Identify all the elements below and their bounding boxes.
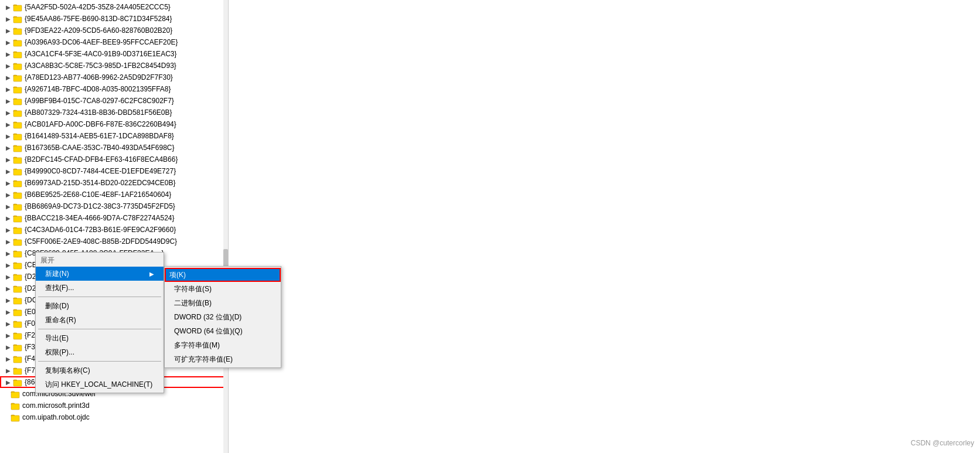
- tree-item[interactable]: ▶ {5AA2F5D-502A-42D5-35Z8-24A405E2CCC5}: [0, 1, 228, 13]
- expand-arrow-icon[interactable]: ▶: [5, 132, 12, 139]
- expand-arrow-icon[interactable]: ▶: [5, 355, 12, 362]
- tree-item[interactable]: ▶ {A3CA1CF4-5F3E-4AC0-91B9-0D3716E1EAC3}: [0, 48, 228, 60]
- submenu-item-multi_string[interactable]: 多字符串值(M): [165, 338, 281, 352]
- ctx-item-label: 删除(D): [45, 301, 69, 311]
- svg-rect-12: [13, 146, 22, 152]
- expand-arrow-icon[interactable]: ▶: [5, 168, 12, 175]
- expand-arrow-icon[interactable]: ▶: [5, 27, 12, 34]
- expand-arrow-icon[interactable]: ▶: [5, 250, 12, 257]
- expand-arrow-icon[interactable]: ▶: [5, 109, 12, 116]
- expand-arrow-icon[interactable]: ▶: [5, 97, 12, 104]
- svg-rect-23: [13, 275, 22, 281]
- tree-item[interactable]: ▶ {A3CA8B3C-5C8E-75C3-985D-1FB2C8454D93}: [0, 60, 228, 71]
- tree-item-label: {B167365B-CAAE-353C-7B40-493DA54F698C}: [25, 144, 175, 152]
- expand-arrow-icon[interactable]: ▶: [5, 144, 12, 151]
- tree-item[interactable]: ▶ {A78ED123-AB77-406B-9962-2A5D9D2F7F30}: [0, 71, 228, 83]
- scrollbar[interactable]: [223, 0, 228, 453]
- expand-arrow-icon[interactable]: ▶: [5, 320, 12, 327]
- expand-arrow-icon[interactable]: ▶: [5, 121, 12, 128]
- expand-arrow-icon[interactable]: ▶: [5, 203, 12, 210]
- ctx-item-copy_name[interactable]: 复制项名称(C): [36, 363, 164, 377]
- svg-rect-16: [13, 193, 22, 199]
- tree-item[interactable]: ▶ {B49990C0-8CD7-7484-4CEE-D1EFDE49E727}: [0, 165, 228, 177]
- ctx-item-visit_hklm[interactable]: 访问 HKEY_LOCAL_MACHINE(T): [36, 377, 164, 391]
- svg-rect-28: [13, 333, 22, 339]
- ctx-item-label: 复制项名称(C): [45, 366, 90, 376]
- tree-item-label: {A3CA8B3C-5C8E-75C3-985D-1FB2C8454D93}: [25, 62, 176, 70]
- expand-arrow-icon[interactable]: ▶: [5, 379, 12, 386]
- tree-item[interactable]: com.microsoft.print3d: [0, 400, 228, 411]
- tree-item[interactable]: ▶ {A926714B-7BFC-4D08-A035-80021395FFA8}: [0, 83, 228, 95]
- expand-arrow-icon[interactable]: ▶: [5, 50, 12, 57]
- tree-item[interactable]: ▶ {BBACC218-34EA-4666-9D7A-C78F2274A524}: [0, 212, 228, 224]
- folder-icon: [13, 237, 22, 246]
- tree-item[interactable]: ▶ {B6BE9525-2E68-C10E-4E8F-1AF216540604}: [0, 189, 228, 200]
- ctx-item-label: 查找(F)...: [45, 283, 74, 293]
- tree-item[interactable]: ▶ {B167365B-CAAE-353C-7B40-493DA54F698C}: [0, 142, 228, 154]
- tree-item[interactable]: com.uipath.robot.ojdc: [0, 411, 228, 423]
- tree-item[interactable]: ▶ {9FD3EA22-A209-5CD5-6A60-828760B02B20}: [0, 25, 228, 36]
- submenu-item-binary[interactable]: 二进制值(B): [165, 296, 281, 310]
- expand-arrow-icon[interactable]: ▶: [5, 226, 12, 233]
- expand-arrow-icon[interactable]: [2, 390, 9, 397]
- folder-icon: [13, 73, 22, 82]
- expand-arrow-icon[interactable]: ▶: [5, 285, 12, 292]
- expand-arrow-icon[interactable]: ▶: [5, 39, 12, 46]
- submenu-item-qword[interactable]: QWORD (64 位值)(Q): [165, 324, 281, 338]
- submenu-header: 项(K): [165, 268, 281, 282]
- submenu-item-dword[interactable]: DWORD (32 位值)(D): [165, 310, 281, 324]
- tree-item[interactable]: ▶ {B1641489-5314-AEB5-61E7-1DCA898BDAF8}: [0, 130, 228, 142]
- ctx-item-delete[interactable]: 删除(D): [36, 299, 164, 313]
- context-menu: 展开 新建(N)▶查找(F)...删除(D)重命名(R)导出(E)权限(P)..…: [35, 252, 164, 393]
- ctx-item-export[interactable]: 导出(E): [36, 331, 164, 345]
- tree-item[interactable]: ▶ {ACB01AFD-A00C-DBF6-F87E-836C2260B494}: [0, 118, 228, 130]
- expand-arrow-icon[interactable]: ▶: [5, 261, 12, 268]
- tree-item[interactable]: ▶ {B69973AD-215D-3514-BD20-022EDC94CE0B}: [0, 177, 228, 189]
- svg-rect-3: [13, 40, 22, 46]
- expand-arrow-icon[interactable]: ▶: [5, 308, 12, 315]
- ctx-header-label: 展开: [40, 256, 55, 265]
- expand-arrow-icon[interactable]: ▶: [5, 74, 12, 81]
- expand-arrow-icon[interactable]: ▶: [5, 15, 12, 22]
- tree-item[interactable]: ▶ {C4C3ADA6-01C4-72B3-B61E-9FE9CA2F9660}: [0, 224, 228, 236]
- ctx-item-rename[interactable]: 重命名(R): [36, 313, 164, 327]
- folder-icon: [13, 354, 22, 363]
- svg-rect-7: [13, 87, 22, 93]
- ctx-item-permissions[interactable]: 权限(P)...: [36, 345, 164, 359]
- submenu-item-string[interactable]: 字符串值(S): [165, 282, 281, 296]
- folder-icon: [13, 366, 22, 375]
- expand-arrow-icon[interactable]: ▶: [5, 191, 12, 198]
- expand-arrow-icon[interactable]: ▶: [5, 238, 12, 245]
- expand-arrow-icon[interactable]: ▶: [5, 214, 12, 222]
- tree-item[interactable]: ▶ {A99BF9B4-015C-7CA8-0297-6C2FC8C902F7}: [0, 95, 228, 107]
- expand-arrow-icon[interactable]: ▶: [5, 4, 12, 11]
- ctx-item-label: 重命名(R): [45, 315, 76, 325]
- tree-item[interactable]: ▶ {B2DFC145-CFAD-DFB4-EF63-416F8ECA4B66}: [0, 154, 228, 165]
- tree-item[interactable]: ▶ {BB6869A9-DC73-D1C2-38C3-7735D45F2FD5}: [0, 200, 228, 212]
- svg-rect-9: [13, 111, 22, 117]
- expand-arrow-icon[interactable]: ▶: [5, 273, 12, 280]
- folder-icon: [13, 166, 22, 176]
- tree-item[interactable]: ▶ {AB807329-7324-431B-8B36-DBD581F56E0B}: [0, 107, 228, 118]
- tree-item[interactable]: ▶ {A0396A93-DC06-4AEF-BEE9-95FFCCAEF20E}: [0, 36, 228, 48]
- svg-rect-30: [13, 357, 22, 363]
- expand-arrow-icon[interactable]: ▶: [5, 332, 12, 339]
- expand-arrow-icon[interactable]: ▶: [5, 86, 12, 93]
- expand-arrow-icon[interactable]: [2, 402, 9, 409]
- tree-item-label: {B49990C0-8CD7-7484-4CEE-D1EFDE49E727}: [25, 167, 176, 175]
- expand-arrow-icon[interactable]: ▶: [5, 156, 12, 163]
- expand-arrow-icon[interactable]: [2, 414, 9, 421]
- submenu-item-expandable[interactable]: 可扩充字符串值(E): [165, 352, 281, 366]
- expand-arrow-icon[interactable]: ▶: [5, 179, 12, 186]
- tree-item[interactable]: ▶ {9E45AA86-75FE-B690-813D-8C71D34F5284}: [0, 13, 228, 25]
- expand-arrow-icon[interactable]: ▶: [5, 62, 12, 69]
- right-panel: [229, 0, 980, 453]
- context-menu-header: 展开: [36, 254, 164, 267]
- ctx-item-new[interactable]: 新建(N)▶: [36, 267, 164, 281]
- ctx-item-find[interactable]: 查找(F)...: [36, 281, 164, 295]
- expand-arrow-icon[interactable]: ▶: [5, 343, 12, 350]
- expand-arrow-icon[interactable]: ▶: [5, 297, 12, 304]
- tree-item-label: {AB807329-7324-431B-8B36-DBD581F56E0B}: [25, 108, 172, 117]
- tree-item[interactable]: ▶ {C5FF006E-2AE9-408C-B85B-2DFDD5449D9C}: [0, 236, 228, 247]
- expand-arrow-icon[interactable]: ▶: [5, 367, 12, 374]
